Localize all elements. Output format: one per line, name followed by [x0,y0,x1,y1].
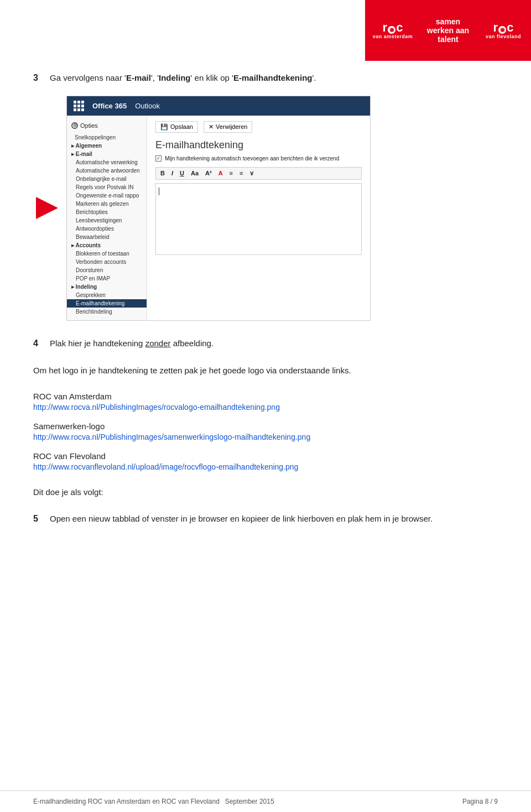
dit-doe-text: Dit doe je als volgt: [33,485,498,499]
main-content: 3 Ga vervolgens naar 'E-mail', 'Indeling… [0,0,531,570]
roc-flevoland-link-label: ROC van Flevoland [33,451,498,461]
sidebar-item-gesprekken[interactable]: Gesprekken [67,291,147,299]
step3-instruction: 3 Ga vervolgens naar 'E-mail', 'Indeling… [33,72,498,85]
paragraph1-section: Om het logo in je handtekening te zetten… [33,363,498,378]
save-icon: 💾 [160,123,168,131]
samen-werken-line3: talent [438,35,458,44]
emailhandtekening-bold: E-mailhandtekening [233,73,313,82]
signature-editor[interactable] [155,183,362,255]
underline-button[interactable]: U [178,169,186,177]
sidebar-item-doorsturen[interactable]: Doorsturen [67,266,147,274]
footer-left-text: E-mailhandleiding ROC van Amsterdam en R… [33,798,274,805]
step3-text: Ga vervolgens naar 'E-mail', 'Indeling' … [50,72,316,85]
sidebar-panel: ⊙ Opties Snelkoppelingen ▸ Algemeen ▸ E-… [67,116,147,320]
footer-title: E-mailhandleiding ROC van Amsterdam en R… [33,798,220,805]
roc-flevoland-link[interactable]: http://www.rocvanflevoland.nl/upload/ima… [33,462,298,471]
sidebar-item-email[interactable]: ▸ E-mail [67,150,147,158]
roc-amsterdam-logo: r◉c van amsterdam [365,0,420,61]
sidebar-item-algemeen[interactable]: ▸ Algemeen [67,142,147,150]
italic-button[interactable]: I [170,169,175,177]
samenwerken-link-block: Samenwerken-logo http://www.rocva.nl/Pub… [33,421,498,441]
sidebar-item-markeren[interactable]: Markeren als gelezen [67,200,147,208]
sidebar-item-verbonden[interactable]: Verbonden accounts [67,258,147,266]
sidebar-item-indeling[interactable]: ▸ Indeling [67,283,147,291]
roc-amsterdam-link[interactable]: http://www.rocva.nl/PublishingImages/roc… [33,403,280,412]
sidebar-item-bewaarbeleid[interactable]: Bewaarbeleid [67,233,147,241]
highlight-button[interactable]: ≡ [228,169,235,177]
office-grid-icon [74,101,84,111]
email-bold: E-mail [126,73,151,82]
van-flevoland-text: van flevoland [486,34,521,39]
bold-button[interactable]: B [159,169,166,177]
office-topbar: Office 365 Outlook [67,96,370,116]
options-panel: ⊙ Opties Snelkoppelingen ▸ Algemeen ▸ E-… [67,116,370,320]
zonder-text: zonder [145,339,171,348]
sidebar-item-leesbevestigingen[interactable]: Leesbevestigingen [67,216,147,225]
sidebar-item-autoverwerking[interactable]: Automatische verwerking [67,158,147,166]
screenshot-container: Office 365 Outlook ⊙ Opties Snelkoppelin… [66,96,498,321]
arrow-indicator [36,197,58,219]
toolbar-row: 💾 Opslaan ✕ Verwijderen [155,121,362,133]
roc-flevoland-logo: r◉c van flevoland [476,0,531,61]
roc-amsterdam-text: r◉c [383,22,403,34]
email-sig-title: E-mailhandtekening [155,139,362,151]
sidebar-item-accounts[interactable]: ▸ Accounts [67,241,147,249]
delete-label: Verwijderen [216,123,247,130]
superscript-button[interactable]: A² [204,169,214,177]
options-header: ⊙ Opties [67,120,147,133]
cursor-indicator [159,188,159,195]
roc-flevoland-link-block: ROC van Flevoland http://www.rocvanflevo… [33,451,498,471]
samenwerken-link-label: Samenwerken-logo [33,421,498,431]
more-button[interactable]: ∨ [248,169,256,178]
step4-text: Plak hier je handtekening zonder afbeeld… [50,337,214,350]
sidebar-item-snelkoppelingen[interactable]: Snelkoppelingen [67,133,147,142]
paragraph1-text: Om het logo in je handtekening te zetten… [33,363,498,378]
red-arrow-icon [36,197,58,219]
step4-instruction: 4 Plak hier je handtekening zonder afbee… [33,337,498,350]
sidebar-item-antwoordopties[interactable]: Antwoordopties [67,225,147,233]
dit-doe-section: Dit doe je als volgt: [33,485,498,499]
footer: E-mailhandleiding ROC van Amsterdam en R… [0,790,531,812]
main-panel: 💾 Opslaan ✕ Verwijderen E-mailhandtekeni… [147,116,370,320]
sidebar-item-onbelangrijke[interactable]: Onbelangrijke e-mail [67,175,147,183]
footer-date: September 2015 [225,798,274,805]
auto-add-checkbox[interactable]: ✓ [155,155,162,162]
sidebar-item-ongewenste[interactable]: Ongewenste e-mail rappo [67,191,147,200]
list-button[interactable]: ≡ [238,169,244,177]
step5-text: Open een nieuw tabblad of venster in je … [50,513,433,525]
sidebar-item-autoantwoorden[interactable]: Automatische antwoorden [67,166,147,175]
sidebar-item-blokkeren[interactable]: Blokkeren of toestaan [67,249,147,258]
header-logos: r◉c van amsterdam samen werken aan talen… [365,0,531,61]
samenwerken-link[interactable]: http://www.rocva.nl/PublishingImages/sam… [33,433,310,441]
sidebar-item-berichtopties[interactable]: Berichtopties [67,208,147,216]
roc-flevoland-text: r◉c [493,22,514,34]
step4-number: 4 [33,339,50,348]
font-color-button[interactable]: A [217,169,225,177]
step5-number: 5 [33,514,50,524]
screenshot-box: Office 365 Outlook ⊙ Opties Snelkoppelin… [66,96,371,321]
page-number: Pagina 8 / 9 [462,798,498,805]
format-toolbar: B I U Aa A² A ≡ ≡ ∨ [155,167,362,180]
delete-button[interactable]: ✕ Verwijderen [204,121,252,133]
delete-icon: ✕ [209,123,214,131]
checkbox-row: ✓ Mijn handtekening automatisch toevoege… [155,155,362,162]
step5-instruction: 5 Open een nieuw tabblad of venster in j… [33,513,498,525]
options-label: Opties [80,122,98,129]
sidebar-item-emailhandtekening[interactable]: E-mailhandtekening [67,299,147,308]
samen-werken-line1: samen [436,17,460,26]
sidebar-item-berichtindeling[interactable]: Berichtindeling [67,308,147,316]
font-size-button[interactable]: Aa [189,169,200,177]
options-circle-icon: ⊙ [71,122,78,129]
roc-amsterdam-link-block: ROC van Amsterdam http://www.rocva.nl/Pu… [33,392,498,412]
office365-label: Office 365 [92,102,127,110]
step3-number: 3 [33,73,50,83]
samen-werken-line2: werken aan [427,26,469,35]
samen-werken-banner: samen werken aan talent [420,0,476,61]
save-label: Opslaan [170,123,193,130]
save-button[interactable]: 💾 Opslaan [155,121,198,133]
sidebar-item-pop[interactable]: POP en IMAP [67,274,147,283]
outlook-label: Outlook [135,102,160,110]
roc-amsterdam-link-label: ROC van Amsterdam [33,392,498,401]
sidebar-item-regels[interactable]: Regels voor Postvak IN [67,183,147,191]
van-amsterdam-text: van amsterdam [373,34,413,39]
